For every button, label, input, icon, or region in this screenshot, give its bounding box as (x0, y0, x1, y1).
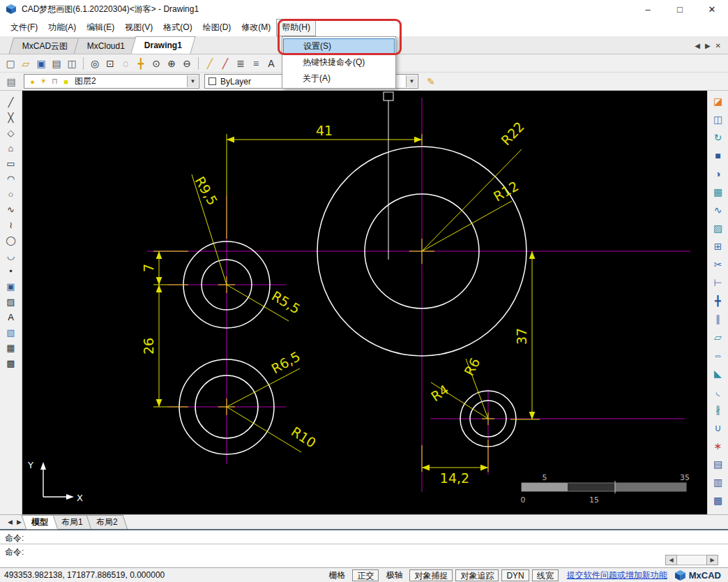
linetype-edit-icon[interactable]: ✎ (423, 74, 439, 89)
layer-combo[interactable]: ●☀⊓■ 图层2 ▼ (24, 74, 199, 89)
trim-icon[interactable]: ✂ (711, 257, 726, 271)
text-style-icon[interactable]: A (264, 56, 279, 70)
scale-icon[interactable]: ▱ (711, 329, 726, 344)
scrollbar-track[interactable] (677, 555, 706, 565)
close-button[interactable]: ✕ (696, 0, 728, 18)
menu-edit[interactable]: 编辑(E) (82, 20, 119, 36)
extend-icon[interactable]: ⊢ (711, 275, 726, 290)
attach-image-icon[interactable]: ▧ (3, 325, 19, 339)
join-icon[interactable]: ∪ (711, 420, 726, 435)
layer-on-icon[interactable]: ● (28, 76, 37, 87)
command-input-line[interactable]: 命令: (0, 544, 728, 558)
draw-ellipse-arc-icon[interactable]: ◡ (3, 248, 19, 262)
properties-icon[interactable]: ▤ (711, 456, 726, 471)
doc-tab-mxcad-cloud[interactable]: MxCAD云图 (9, 38, 82, 54)
draw-ellipse-icon[interactable]: ◯ (3, 233, 19, 247)
draw-table-icon[interactable]: ▦ (3, 341, 19, 355)
draw-text-icon[interactable]: A (3, 310, 19, 324)
menu-view[interactable]: 视图(V) (120, 20, 158, 36)
insert-block-icon[interactable]: ▣ (3, 279, 19, 293)
menu-modify[interactable]: 修改(M) (236, 20, 275, 36)
copy-object-icon[interactable]: ⊞ (711, 239, 726, 253)
scroll-left-icon[interactable]: ◀ (665, 555, 677, 565)
tab-prev-icon[interactable]: ◀ (695, 42, 700, 50)
draw-rectangle-icon[interactable]: ▭ (3, 156, 19, 170)
match-properties-icon[interactable]: ▥ (711, 475, 726, 489)
erase-icon[interactable]: ◪ (711, 94, 726, 108)
hatch-edit-icon[interactable]: ▨ (711, 221, 726, 235)
minimize-button[interactable]: – (632, 0, 664, 18)
command-window[interactable]: 命令: 命令: ◀ ▶ (0, 529, 728, 567)
draw-spline-icon[interactable]: ≀ (3, 218, 19, 232)
offset-icon[interactable]: ∥ (711, 311, 726, 326)
array-icon[interactable]: ▦ (711, 184, 726, 199)
explode-icon[interactable]: ∗ (711, 438, 726, 453)
tab-next-icon[interactable]: ▶ (705, 42, 711, 50)
cad-canvas[interactable]: 41 7 26 37 14,2 R22 R12 R9,5 R5,5 R6,5 R… (22, 91, 707, 514)
doc-tab-mxcloud1[interactable]: MxCloud1 (74, 38, 139, 54)
stretch-icon[interactable]: ⇔ (711, 348, 726, 362)
status-toggle-ortho[interactable]: 正交 (352, 569, 379, 581)
layer-manager-icon[interactable]: ≣ (233, 56, 248, 70)
draw-circle-icon[interactable]: ○ (3, 187, 19, 201)
status-toggle-grid[interactable]: 栅格 (324, 569, 349, 581)
copy-icon[interactable]: ◫ (711, 112, 726, 126)
layout-prev-icon[interactable]: ◀ (6, 518, 15, 525)
menu-file[interactable]: 文件(F) (6, 20, 43, 36)
measure-icon[interactable]: ╱ (202, 56, 218, 70)
move-icon[interactable]: ╋ (711, 293, 726, 308)
fill-solid-icon[interactable]: ■ (711, 148, 726, 163)
maximize-button[interactable]: □ (664, 0, 696, 18)
menu-format[interactable]: 格式(O) (158, 20, 197, 36)
draw-hatch-icon[interactable]: ▩ (3, 356, 19, 370)
rotate-icon[interactable]: ↻ (711, 130, 726, 144)
modify-revcloud-icon[interactable]: ∿ (711, 202, 726, 217)
status-toggle-lineweight[interactable]: 线宽 (532, 569, 559, 581)
draw-wipeout-icon[interactable]: ▨ (3, 294, 19, 308)
status-toggle-otrack[interactable]: 对象追踪 (455, 569, 499, 581)
chevron-down-icon[interactable]: ▼ (187, 75, 198, 87)
open-file-icon[interactable]: ▱ (18, 56, 33, 70)
chamfer-icon[interactable]: ◣ (711, 366, 726, 380)
status-toggle-polar[interactable]: 极轴 (381, 569, 407, 581)
layer-color-swatch-icon[interactable]: ■ (61, 76, 70, 87)
zoom-in-icon[interactable]: ⊕ (164, 56, 179, 70)
edit-line-icon[interactable]: ╱ (218, 56, 233, 70)
tab-close-icon[interactable]: ✕ (715, 42, 721, 50)
chevron-down-icon[interactable]: ▼ (406, 75, 417, 87)
purge-icon[interactable]: ▩ (711, 493, 726, 507)
command-scrollbar[interactable]: ◀ ▶ (665, 555, 718, 565)
layer-panel-icon[interactable]: ▤ (3, 74, 19, 89)
zoom-window-icon[interactable]: ⊡ (103, 56, 118, 70)
draw-xline-icon[interactable]: ╳ (3, 110, 19, 124)
linetype-manager-icon[interactable]: ≡ (248, 56, 264, 70)
help-menu-settings[interactable]: 设置(S) (283, 38, 395, 54)
draw-polyline-icon[interactable]: ◇ (3, 126, 19, 140)
plot-icon[interactable]: ▤ (49, 56, 64, 70)
draw-arc-icon[interactable]: ◠ (3, 172, 19, 186)
pan-icon[interactable]: ╋ (133, 56, 149, 70)
zoom-out-icon[interactable]: ⊖ (179, 56, 195, 70)
help-menu-hotkeys[interactable]: 热键快捷命令(Q) (283, 54, 395, 70)
menu-draw[interactable]: 绘图(D) (198, 20, 236, 36)
layer-thaw-icon[interactable]: ☀ (39, 76, 48, 87)
fillet-icon[interactable]: ◟ (711, 384, 726, 398)
help-menu-about[interactable]: 关于(A) (283, 70, 395, 87)
feedback-link[interactable]: 提交软件问题或增加新功能 (567, 569, 667, 581)
new-file-icon[interactable]: ▢ (3, 56, 18, 70)
draw-polygon-icon[interactable]: ⌂ (3, 141, 19, 155)
scroll-right-icon[interactable]: ▶ (706, 555, 718, 565)
save-icon[interactable]: ▣ (33, 56, 49, 70)
layout-tab-model[interactable]: 模型 (22, 515, 59, 530)
print-preview-icon[interactable]: ◫ (64, 56, 79, 70)
status-toggle-osnap[interactable]: 对象捕捉 (409, 569, 453, 581)
draw-line-icon[interactable]: ╱ (3, 95, 19, 109)
zoom-previous-icon[interactable]: ◌ (118, 56, 133, 70)
menu-function[interactable]: 功能(A) (43, 20, 81, 36)
doc-tab-drawing1[interactable]: Drawing1 (131, 36, 196, 54)
menu-help[interactable]: 帮助(H) (276, 19, 316, 36)
draw-revcloud-icon[interactable]: ∿ (3, 202, 19, 216)
mirror-icon[interactable]: ◑ (711, 166, 726, 181)
layout-tab-layout2[interactable]: 布局2 (86, 515, 128, 530)
break-icon[interactable]: ∦ (711, 402, 726, 417)
